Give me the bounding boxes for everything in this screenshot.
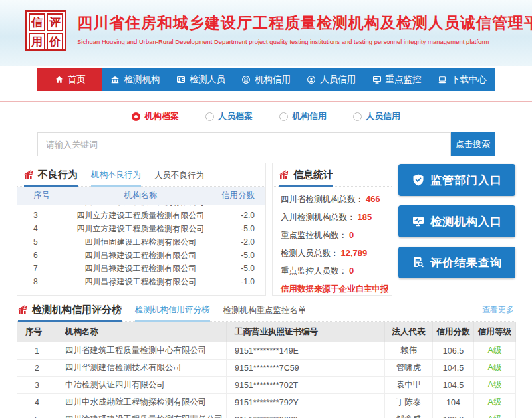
radio-人员档案[interactable]: 人员档案 (205, 110, 253, 122)
radio-icon[interactable] (353, 112, 362, 121)
legal-person: 管啸虎 (385, 360, 433, 377)
nav-item-label: 重点监控 (386, 74, 422, 86)
row-no: 3 (17, 211, 64, 220)
ranking-row[interactable]: 3中冶检测认证四川有限公司9151********702T袁中甲104.5A级 (17, 377, 516, 394)
doc-search-icon (412, 256, 425, 269)
search-input[interactable] (37, 132, 451, 156)
stat-value: 185 (358, 212, 372, 222)
license-no: 9151********149E (227, 342, 385, 360)
credit-grade: A级 (474, 377, 516, 394)
nav-item-label: 人员信用 (320, 74, 356, 86)
credit-score: -5.0 (217, 224, 265, 233)
stats-title: 信息统计 (279, 169, 333, 187)
ranking-table: 序号 机构名称 工商营业执照证书编号 法人代表 信用分数 信用等级 1四川省建筑… (17, 322, 516, 418)
nav-item-检测机构[interactable]: 检测机构 (102, 68, 168, 91)
license-no: 9151********702T (227, 377, 385, 394)
ranking-row[interactable]: 5四川渝建研建设工程质量检测有限责任公司9151********9680邹鑫盛1… (17, 411, 516, 418)
credit-score: -2.0 (217, 237, 265, 247)
bad-behavior-list[interactable]: 2四川立方建设工程质量检测有限公司-2.03四川立方建设工程质量检测有限公司-2… (17, 205, 265, 286)
credit-score: 106.5 (433, 342, 474, 360)
tab-person-bad-behavior[interactable]: 人员不良行为 (154, 170, 204, 186)
credit-score: 104.5 (433, 360, 474, 377)
row-no: 5 (17, 237, 64, 247)
monitor-pulse-icon (412, 215, 425, 228)
org-name: 四川昌禄建设工程检测有限公司 (64, 276, 217, 286)
site-subtitle: Sichuan Housing and Urban-Rural Developm… (77, 38, 489, 45)
org-name: 四川恒固建设工程检测有限公司 (64, 237, 217, 248)
main-nav: 首页检测机构检测人员机构信用人员信用重点监控下载中心 (37, 68, 495, 91)
ranking-title: 检测机构信用评分榜 (18, 304, 122, 322)
nav-item-人员信用[interactable]: 人员信用 (299, 68, 364, 91)
row-no: 2 (17, 360, 57, 377)
tab-org-bad-behavior[interactable]: 机构不良行为 (91, 169, 141, 187)
entry-button-监管部门入口[interactable]: 监管部门入口 (398, 164, 515, 196)
legal-person: 邹鑫盛 (385, 411, 433, 418)
stat-item: 入川检测机构总数：185 (281, 212, 384, 223)
nav-item-label: 检测机构 (124, 74, 160, 86)
bad-behavior-row[interactable]: 7四川昌禄建设工程检测有限公司-5.0 (17, 262, 265, 275)
legal-person: 丁陈泰 (385, 394, 433, 411)
logo-char: 信 (29, 13, 45, 31)
tab-credit-ranking[interactable]: 检测机构信用评分榜 (135, 304, 210, 322)
bad-behavior-row[interactable]: 5四川恒固建设工程检测有限公司-2.0 (17, 235, 265, 249)
credit-score: 103.8 (433, 411, 474, 418)
bad-behavior-row[interactable]: 3四川立方建设工程质量检测有限公司-2.0 (17, 209, 265, 222)
org-name: 四川昌禄建设工程检测有限公司 (64, 250, 217, 261)
ranking-row[interactable]: 2四川华测建信检测技术有限公司9151********7C59管啸虎104.5A… (17, 360, 516, 377)
bad-behavior-row[interactable]: 4四川立方建设工程质量检测有限公司-5.0 (17, 222, 265, 235)
radio-icon[interactable] (132, 112, 140, 121)
org-name: 四川立方建设工程质量检测有限公司 (64, 205, 217, 208)
radio-label: 人员信用 (366, 110, 400, 122)
credit-score: -5.0 (217, 251, 265, 260)
radio-机构信用[interactable]: 机构信用 (279, 110, 327, 122)
ranking-row[interactable]: 4四川中水成勘院工程物探检测有限公司9151********792Y丁陈泰104… (17, 394, 516, 411)
bad-behavior-panel: 不良行为 机构不良行为 人员不良行为 序号 机构名称 信用分数 2四川立方建设工… (17, 163, 266, 296)
row-no: 2 (17, 205, 64, 207)
radio-label: 人员档案 (218, 110, 253, 122)
tab-key-monitoring-list[interactable]: 检测机构重点监控名单 (223, 305, 307, 321)
bad-behavior-row[interactable]: 6四川昌禄建设工程检测有限公司-5.0 (17, 249, 265, 262)
credit-score: -1.0 (217, 277, 265, 286)
nav-item-机构信用[interactable]: 机构信用 (233, 68, 299, 91)
nav-item-label: 首页 (68, 74, 86, 86)
nav-item-label: 机构信用 (255, 74, 291, 86)
org-credit-icon (241, 75, 251, 84)
monitor-icon (372, 75, 382, 84)
view-more-link[interactable]: 查看更多 (482, 304, 514, 321)
org-name: 四川华测建信检测技术有限公司 (57, 360, 227, 377)
stat-value: 466 (366, 194, 380, 204)
ranking-table-header: 序号 机构名称 工商营业执照证书编号 法人代表 信用分数 信用等级 (17, 322, 516, 342)
stat-item: 重点监控人员数：0 (281, 266, 384, 277)
entry-button-评价结果查询[interactable]: 评价结果查询 (398, 247, 515, 278)
nav-item-下载中心[interactable]: 下载中心 (430, 68, 495, 91)
site-header: 信 评 用 价 四川省住房和城乡建设厅工程质量检测机构及检测人员诚信管理平台 S… (0, 0, 532, 66)
home-icon (55, 75, 64, 84)
stat-value: 0 (349, 266, 354, 276)
search-panel: 机构档案人员档案机构信用人员信用 点击搜索 (37, 102, 495, 156)
bar-chart-icon (279, 170, 290, 181)
nav-item-首页[interactable]: 首页 (37, 68, 102, 91)
row-no: 1 (17, 342, 57, 360)
stat-value: 12,789 (341, 248, 368, 258)
radio-icon[interactable] (205, 112, 214, 121)
site-title: 四川省住房和城乡建设厅工程质量检测机构及检测人员诚信管理平台 (77, 13, 532, 33)
radio-机构档案[interactable]: 机构档案 (132, 110, 179, 122)
radio-人员信用[interactable]: 人员信用 (353, 110, 400, 122)
main-content: 不良行为 机构不良行为 人员不良行为 序号 机构名称 信用分数 2四川立方建设工… (17, 163, 515, 418)
org-name: 四川立方建设工程质量检测有限公司 (64, 223, 217, 235)
license-no: 9151********792Y (227, 394, 385, 411)
entry-button-检测机构入口[interactable]: 检测机构入口 (398, 205, 515, 237)
radio-icon[interactable] (279, 112, 288, 121)
nav-item-重点监控[interactable]: 重点监控 (364, 68, 429, 91)
bad-behavior-row[interactable]: 8四川昌禄建设工程检测有限公司-1.0 (17, 275, 265, 286)
ranking-row[interactable]: 1四川省建筑工程质量检测中心有限公司9151********149E赖伟106.… (17, 342, 516, 360)
credit-score: 104.5 (433, 377, 474, 394)
row-no: 5 (17, 411, 57, 418)
row-no: 7 (17, 264, 64, 273)
radio-label: 机构档案 (144, 110, 179, 122)
row-no: 4 (17, 224, 64, 233)
nav-item-检测人员[interactable]: 检测人员 (168, 68, 233, 91)
search-button[interactable]: 点击搜索 (451, 132, 495, 156)
stats-note: 信用数据来源于企业自主申报 (281, 284, 384, 295)
credit-score: 104 (433, 394, 474, 411)
